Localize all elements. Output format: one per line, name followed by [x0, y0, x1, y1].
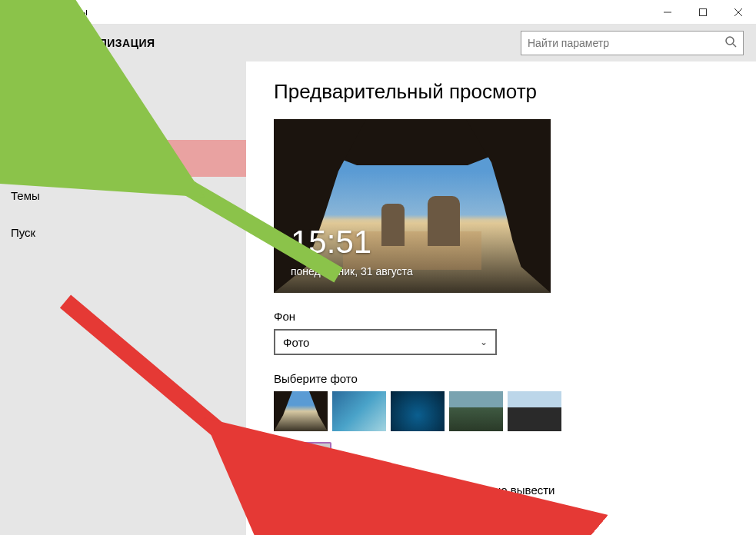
app-prompt: Выберите приложение, для которого нужно … [274, 483, 728, 497]
search-icon [724, 35, 737, 51]
sidebar-item-label: Пуск [11, 226, 35, 239]
close-button[interactable] [721, 0, 756, 25]
sidebar-item-label: Экран блокировки [11, 152, 108, 165]
dropdown-value: Фото [283, 336, 309, 349]
search-input-container[interactable] [521, 31, 744, 55]
browse-label: Обзор [286, 447, 319, 460]
content-panel: Предварительный просмотр 15:51 понедельн… [246, 61, 756, 535]
category-title: ПЕРСОНАЛИЗАЦИЯ [43, 37, 521, 49]
photo-thumbnail[interactable] [332, 391, 386, 431]
sidebar-item-colors[interactable]: Цвета [0, 103, 246, 140]
close-icon [734, 8, 742, 16]
photo-thumbnail[interactable] [449, 391, 503, 431]
minimize-icon [664, 8, 671, 16]
minimize-button[interactable] [650, 0, 685, 25]
maximize-icon [699, 8, 707, 16]
sidebar-item-label: Цвета [11, 115, 43, 128]
photo-thumbnail[interactable] [391, 391, 445, 431]
sidebar-item-start[interactable]: Пуск [0, 214, 246, 251]
svg-rect-1 [700, 8, 707, 15]
choose-photo-label: Выберите фото [274, 372, 728, 385]
photo-thumbnail[interactable] [274, 391, 328, 431]
sidebar-item-themes[interactable]: Темы [0, 177, 246, 214]
sidebar-item-background[interactable]: Фон [0, 66, 246, 103]
sidebar-item-lockscreen[interactable]: Экран блокировки [0, 140, 246, 177]
svg-point-4 [726, 37, 734, 45]
maximize-button[interactable] [685, 0, 721, 25]
sidebar-item-label: Темы [11, 189, 40, 202]
window-title: Параметры [37, 7, 650, 18]
background-label: Фон [274, 310, 728, 323]
background-dropdown[interactable]: Фото ⌄ [274, 329, 497, 355]
gear-icon [11, 33, 28, 53]
back-button[interactable] [0, 0, 37, 25]
browse-button[interactable]: Обзор [274, 442, 331, 465]
lockscreen-preview: 15:51 понедельник, 31 августа [274, 119, 551, 293]
preview-time: 15:51 [291, 224, 371, 261]
svg-line-5 [733, 44, 736, 47]
preview-heading: Предварительный просмотр [274, 80, 728, 104]
photo-thumbnail[interactable] [508, 391, 561, 431]
preview-date: понедельник, 31 августа [291, 265, 413, 277]
sidebar-item-label: Фон [11, 78, 32, 91]
search-input[interactable] [528, 37, 724, 49]
arrow-left-icon [12, 6, 25, 18]
chevron-down-icon: ⌄ [480, 337, 488, 347]
sidebar: Фон Цвета Экран блокировки Темы Пуск [0, 61, 246, 535]
